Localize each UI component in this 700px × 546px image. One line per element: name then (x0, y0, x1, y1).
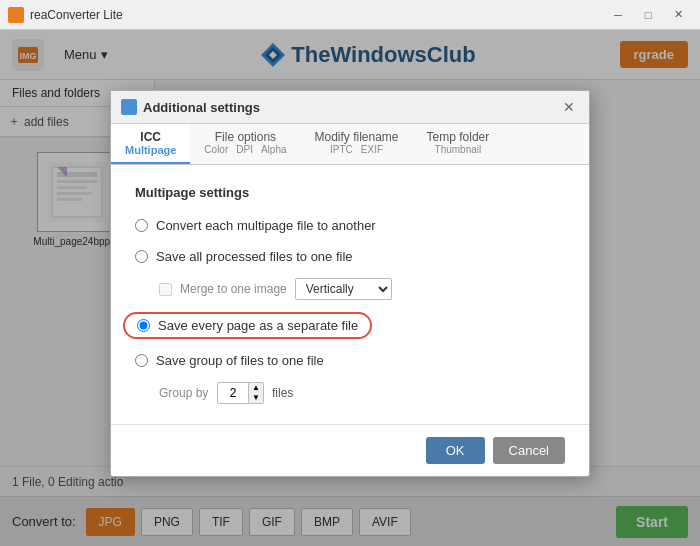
sub-option-merge: Merge to one image Vertically Horizontal… (159, 278, 565, 300)
tab-file-options[interactable]: File options Color DPI Alpha (190, 124, 300, 164)
tab-modify-sublabels: IPTC EXIF (330, 144, 383, 155)
spinner-up-button[interactable]: ▲ (249, 383, 263, 393)
radio-convert-each[interactable] (135, 219, 148, 232)
modal-titlebar: Additional settings ✕ (111, 91, 589, 124)
group-by-input[interactable] (218, 384, 248, 402)
window-controls: ─ □ ✕ (604, 5, 692, 25)
radio-save-all[interactable] (135, 250, 148, 263)
additional-settings-modal: Additional settings ✕ ICC Multipage File… (110, 90, 590, 477)
maximize-button[interactable]: □ (634, 5, 662, 25)
option-save-all: Save all processed files to one file (135, 247, 565, 266)
tab-file-options-label: File options (215, 130, 276, 144)
title-bar: reaConverter Lite ─ □ ✕ (0, 0, 700, 30)
modal-icon (121, 99, 137, 115)
settings-group-title: Multipage settings (135, 185, 565, 200)
spinner-controls: ▲ ▼ (248, 383, 263, 403)
group-by-row: Group by ▲ ▼ files (159, 382, 565, 404)
option-save-every-page-wrapper: Save every page as a separate file (135, 312, 565, 339)
close-button[interactable]: ✕ (664, 5, 692, 25)
label-save-all: Save all processed files to one file (156, 249, 353, 264)
tab-icc-multipage[interactable]: ICC Multipage (111, 124, 190, 164)
modal-footer: OK Cancel (111, 424, 589, 476)
merge-direction-select[interactable]: Vertically Horizontally (295, 278, 392, 300)
label-merge: Merge to one image (180, 282, 287, 296)
ok-button[interactable]: OK (426, 437, 485, 464)
minimize-button[interactable]: ─ (604, 5, 632, 25)
label-convert-each: Convert each multipage file to another (156, 218, 376, 233)
tab-icc-label: ICC (140, 130, 161, 144)
tab-temp-label: Temp folder (427, 130, 490, 144)
label-save-group: Save group of files to one file (156, 353, 324, 368)
cancel-button[interactable]: Cancel (493, 437, 565, 464)
app-icon-small (8, 7, 24, 23)
option-convert-each: Convert each multipage file to another (135, 216, 565, 235)
group-by-label: Group by (159, 386, 209, 400)
highlighted-option: Save every page as a separate file (123, 312, 372, 339)
files-label: files (272, 386, 293, 400)
tab-thumbnail-label: Thumbnail (435, 144, 482, 155)
tab-temp-folder[interactable]: Temp folder Thumbnail (413, 124, 504, 164)
label-save-every-page: Save every page as a separate file (158, 318, 358, 333)
app-body: IMG Menu ▾ TheWindowsClub rgrade Files a… (0, 30, 700, 546)
option-save-group: Save group of files to one file (135, 351, 565, 370)
modal-title: Additional settings (143, 100, 553, 115)
group-by-spinner: ▲ ▼ (217, 382, 264, 404)
modal-tabs: ICC Multipage File options Color DPI Alp… (111, 124, 589, 165)
modal-body: Multipage settings Convert each multipag… (111, 165, 589, 424)
radio-save-every-page[interactable] (137, 319, 150, 332)
app-title: reaConverter Lite (30, 8, 604, 22)
modal-close-button[interactable]: ✕ (559, 97, 579, 117)
checkbox-merge[interactable] (159, 283, 172, 296)
tab-multipage-label: Multipage (125, 144, 176, 156)
tab-file-options-sublabels: Color DPI Alpha (204, 144, 286, 155)
spinner-down-button[interactable]: ▼ (249, 393, 263, 403)
tab-modify-filename[interactable]: Modify filename IPTC EXIF (301, 124, 413, 164)
modal-overlay: Additional settings ✕ ICC Multipage File… (0, 30, 700, 546)
tab-modify-label: Modify filename (315, 130, 399, 144)
radio-save-group[interactable] (135, 354, 148, 367)
